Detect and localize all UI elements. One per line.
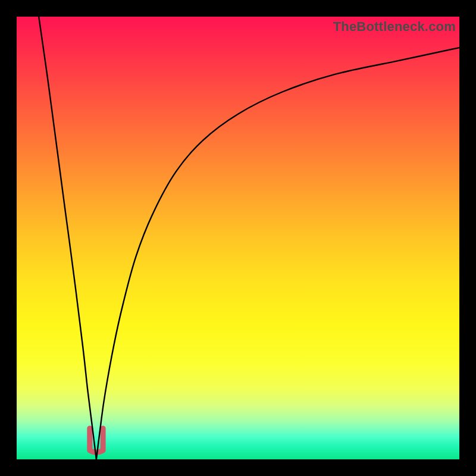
left-branch-curve: [39, 17, 96, 459]
plot-area: TheBottleneck.com: [17, 17, 459, 459]
nub-marker: [90, 428, 103, 452]
right-branch-curve: [96, 48, 459, 459]
curves-svg: [17, 17, 459, 459]
chart-frame: TheBottleneck.com: [0, 0, 476, 476]
